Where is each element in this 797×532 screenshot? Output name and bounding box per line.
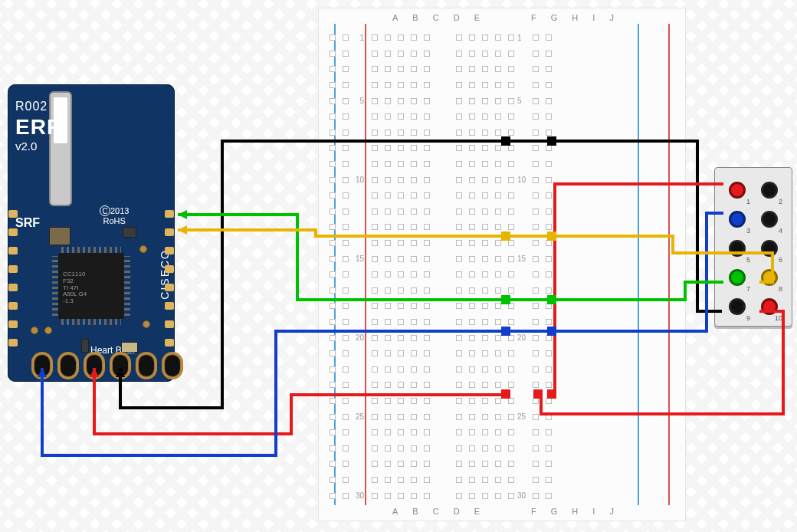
col-labels-bottom: ABCDEFGHIJ: [392, 507, 615, 516]
copyright-mark: C: [100, 205, 110, 216]
connector-pin: 1: [721, 176, 753, 205]
connector-pin: 2: [753, 176, 786, 205]
breadboard-row: [326, 377, 677, 393]
chip-text: CC1110 F32 TI 47I A50L G4 -1.3: [63, 271, 87, 305]
heartbeat-led: [121, 342, 138, 353]
left-edge-pads: [8, 210, 18, 346]
connector-pin: 10: [753, 292, 786, 321]
bottom-pad: [164, 354, 181, 377]
breadboard-row: [326, 283, 677, 299]
right-edge-pads: [165, 210, 174, 346]
module-name: ERF: [15, 115, 61, 140]
bottom-pads: [34, 354, 181, 377]
pin-header-connector: 12345678910: [714, 167, 792, 327]
copyright-year: 2013: [110, 206, 129, 215]
connector-pin: 3: [721, 205, 753, 234]
bottom-pad: [138, 354, 155, 377]
srf-label: SRF: [15, 216, 40, 230]
connector-pin: 8: [753, 263, 786, 292]
breadboard-row: 3030: [326, 488, 677, 504]
breadboard: ABCDEFGHIJ ABCDEFGHIJ 115510101515202025…: [318, 8, 686, 521]
breadboard-row: [326, 188, 677, 204]
breadboard-row: [326, 125, 677, 141]
module-model: R002: [15, 100, 48, 113]
breadboard-row: [326, 46, 677, 62]
connector-pin: 7: [721, 263, 753, 292]
breadboard-row: [326, 440, 677, 456]
via: [139, 245, 147, 253]
via: [31, 327, 38, 334]
connector-pin: 4: [753, 205, 786, 234]
breadboard-row: 1010: [326, 172, 677, 188]
breadboard-grid: 115510101515202025253030: [326, 30, 677, 504]
bottom-pad: [86, 354, 103, 377]
copyright-block: C2013 RoHS: [100, 205, 129, 225]
breadboard-row: [326, 346, 677, 362]
via: [44, 327, 52, 334]
breadboard-row: [326, 314, 677, 330]
breadboard-row: 55: [326, 93, 677, 109]
breadboard-row: [326, 393, 677, 409]
breadboard-row: [326, 140, 677, 156]
breadboard-row: [326, 204, 677, 220]
smd-component: [123, 227, 136, 238]
fritzing-diagram: R002 ERF v2.0 SRF C2013 RoHS CISECO Hear…: [0, 0, 797, 532]
rohs-label: RoHS: [103, 216, 126, 225]
antenna: [49, 91, 72, 206]
breadboard-row: [326, 361, 677, 377]
via: [143, 320, 150, 328]
breadboard-row: [326, 472, 677, 488]
breadboard-row: [326, 267, 677, 283]
breadboard-row: [326, 298, 677, 314]
breadboard-row: [326, 109, 677, 125]
smd-component: [81, 339, 89, 353]
breadboard-row: [326, 156, 677, 172]
bottom-pad: [34, 354, 51, 377]
bottom-pad: [60, 354, 77, 377]
connector-pin: 5: [721, 234, 753, 263]
breadboard-row: 1515: [326, 251, 677, 267]
breadboard-row: [326, 219, 677, 235]
breadboard-row: 11: [326, 30, 677, 46]
breadboard-row: 2020: [326, 330, 677, 346]
col-labels-top: ABCDEFGHIJ: [392, 13, 615, 22]
connector-pin: 9: [721, 292, 753, 321]
connector-pin: 6: [753, 234, 786, 263]
module-version: v2.0: [15, 140, 37, 153]
svg-marker-7: [178, 210, 187, 219]
breadboard-row: [326, 425, 677, 441]
breadboard-row: [326, 77, 677, 94]
bottom-pad: [112, 354, 129, 377]
erf-module: R002 ERF v2.0 SRF C2013 RoHS CISECO Hear…: [8, 84, 175, 382]
smd-component: [49, 227, 71, 245]
breadboard-row: [326, 61, 677, 77]
breadboard-row: [326, 456, 677, 472]
breadboard-row: 2525: [326, 409, 677, 425]
breadboard-row: [326, 235, 677, 251]
svg-marker-10: [178, 225, 187, 235]
